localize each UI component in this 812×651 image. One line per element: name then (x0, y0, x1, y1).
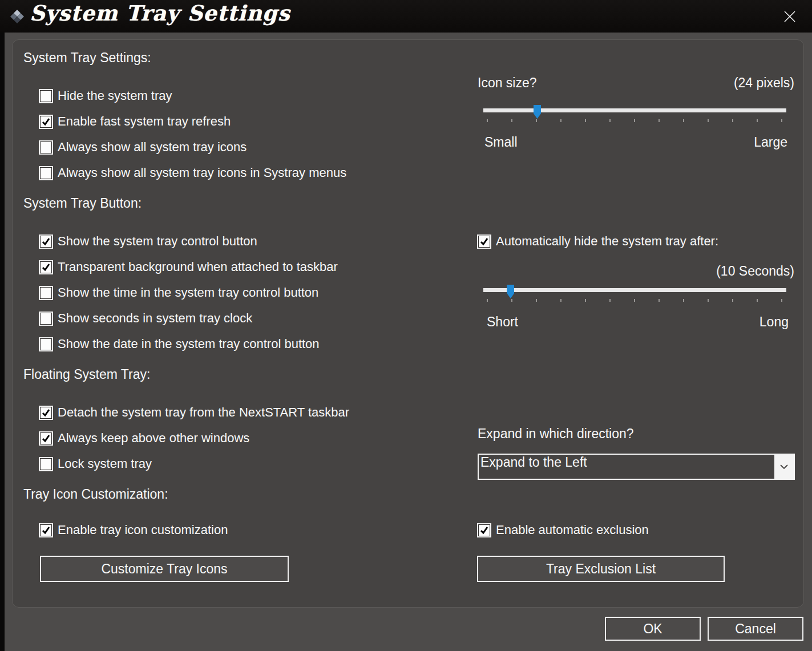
expand-direction-dropdown[interactable]: Expand to the Left (478, 454, 795, 480)
checkbox-row-show-control-button[interactable]: Show the system tray control button (40, 234, 257, 249)
section-header-system-tray-button: System Tray Button: (23, 196, 142, 211)
checkbox[interactable] (40, 432, 52, 444)
checkbox[interactable] (40, 287, 52, 299)
checkbox[interactable] (40, 524, 52, 536)
checkbox-label: Show the time in the system tray control… (58, 285, 318, 300)
customize-tray-icons-button[interactable]: Customize Tray Icons (40, 556, 289, 582)
checkbox-row-enable-customization[interactable]: Enable tray icon customization (40, 523, 228, 537)
slider-thumb[interactable] (534, 105, 541, 119)
slider-ticks (487, 119, 782, 122)
checkbox-row-show-date[interactable]: Show the date in the system tray control… (40, 337, 320, 351)
checkbox-label: Lock system tray (58, 456, 152, 471)
slider-track[interactable] (483, 288, 786, 292)
titlebar: System Tray Settings (0, 0, 812, 33)
slider-ticks (487, 299, 782, 302)
slider-max-label: Long (760, 314, 789, 330)
ok-button[interactable]: OK (605, 617, 701, 641)
checkbox-row-hide-tray[interactable]: Hide the system tray (40, 88, 172, 103)
checkbox[interactable] (40, 407, 52, 419)
tray-exclusion-list-button[interactable]: Tray Exclusion List (477, 556, 725, 582)
checkbox-label: Enable automatic exclusion (496, 523, 649, 537)
checkbox[interactable] (40, 261, 52, 273)
close-button[interactable] (781, 8, 798, 25)
checkbox-row-show-time[interactable]: Show the time in the system tray control… (40, 285, 318, 300)
checkbox-label: Enable fast system tray refresh (58, 114, 231, 129)
checkbox-row-show-seconds[interactable]: Show seconds in system tray clock (40, 311, 252, 326)
checkbox[interactable] (40, 338, 52, 350)
checkbox-label: Show seconds in system tray clock (58, 311, 252, 326)
checkbox-row-auto-exclusion[interactable]: Enable automatic exclusion (478, 523, 649, 537)
chevron-down-icon (780, 464, 788, 470)
checkbox-label: Always keep above other windows (58, 431, 249, 446)
cancel-button[interactable]: Cancel (708, 617, 803, 641)
checkbox-label: Enable tray icon customization (58, 523, 228, 537)
system-tray-settings-window: System Tray Settings System Tray Setting… (0, 0, 812, 651)
checkbox-row-lock-tray[interactable]: Lock system tray (40, 456, 152, 471)
checkbox[interactable] (40, 141, 52, 153)
slider-thumb[interactable] (507, 285, 514, 298)
auto-hide-value: (10 Seconds) (716, 264, 794, 279)
checkbox[interactable] (40, 116, 52, 128)
expand-direction-label: Expand in which direction? (478, 426, 634, 442)
checkbox-row-transparent-background[interactable]: Transparent background when attached to … (40, 260, 338, 274)
checkbox[interactable] (40, 458, 52, 470)
checkbox-label: Detach the system tray from the NextSTAR… (58, 405, 349, 420)
checkbox-label: Show the date in the system tray control… (58, 337, 320, 351)
window-title: System Tray Settings (30, 1, 290, 26)
checkbox-label: Show the system tray control button (58, 234, 257, 249)
slider-min-label: Short (487, 314, 518, 330)
checkbox-label: Always show all system tray icons (58, 140, 247, 155)
icon-size-label: Icon size? (478, 75, 537, 91)
section-header-floating-system-tray: Floating System Tray: (23, 367, 150, 382)
checkbox-label: Automatically hide the system tray after… (496, 234, 718, 249)
checkbox[interactable] (40, 236, 52, 248)
slider-max-label: Large (754, 135, 787, 150)
app-gem-icon (9, 9, 26, 27)
checkbox-row-always-show-icons[interactable]: Always show all system tray icons (40, 140, 247, 155)
icon-size-value: (24 pixels) (734, 75, 794, 91)
section-header-tray-icon-customization: Tray Icon Customization: (23, 487, 168, 502)
checkbox-label: Hide the system tray (58, 88, 172, 103)
dropdown-arrow-button[interactable] (774, 455, 794, 479)
slider-track[interactable] (483, 108, 786, 112)
slider-min-label: Small (484, 135, 518, 150)
checkbox-row-keep-above[interactable]: Always keep above other windows (40, 431, 249, 446)
checkbox-row-auto-hide[interactable]: Automatically hide the system tray after… (478, 234, 718, 249)
desktop-edge (0, 33, 5, 651)
checkbox[interactable] (40, 313, 52, 325)
checkbox-row-fast-refresh[interactable]: Enable fast system tray refresh (40, 114, 231, 129)
section-header-system-tray-settings: System Tray Settings: (23, 50, 151, 66)
dropdown-selected-value: Expand to the Left (479, 455, 774, 479)
checkbox-label: Transparent background when attached to … (58, 260, 338, 274)
checkbox-row-always-show-systray-menus[interactable]: Always show all system tray icons in Sys… (40, 165, 346, 180)
checkbox[interactable] (478, 524, 490, 536)
checkbox-row-detach-tray[interactable]: Detach the system tray from the NextSTAR… (40, 405, 349, 420)
close-icon (783, 10, 797, 23)
checkbox-label: Always show all system tray icons in Sys… (58, 165, 346, 180)
checkbox[interactable] (40, 167, 52, 179)
checkbox[interactable] (478, 236, 490, 248)
checkbox[interactable] (40, 90, 52, 102)
